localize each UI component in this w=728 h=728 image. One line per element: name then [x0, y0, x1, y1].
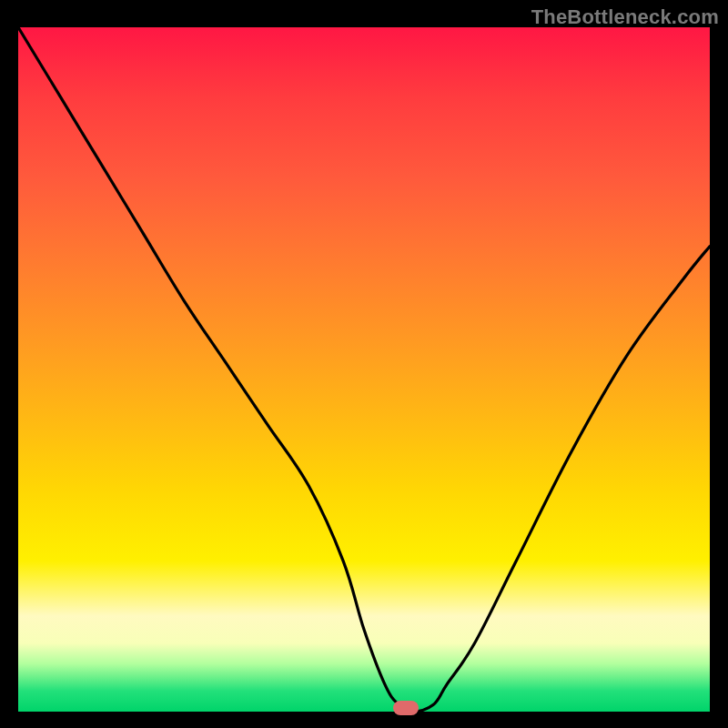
watermark-text: TheBottleneck.com — [531, 5, 719, 29]
plot-frame — [18, 27, 710, 712]
stage: TheBottleneck.com — [0, 0, 728, 728]
curve-path — [18, 27, 710, 712]
optimal-marker — [393, 701, 419, 715]
bottleneck-curve — [18, 27, 710, 712]
